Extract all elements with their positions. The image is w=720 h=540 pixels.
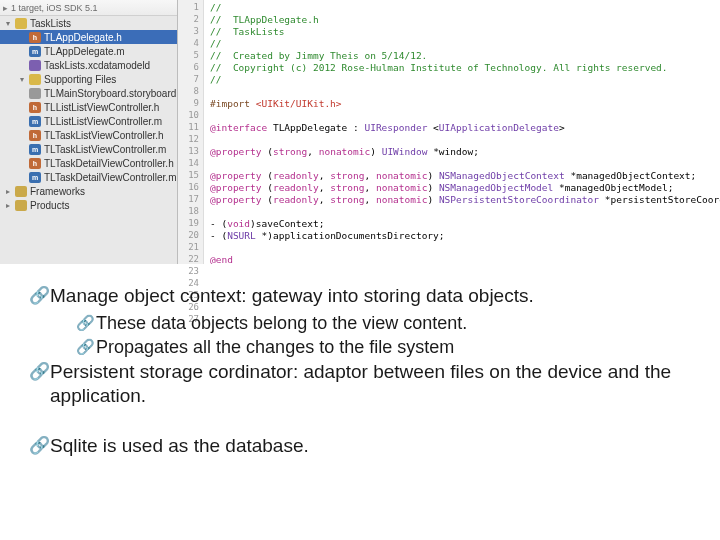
file-tltasklistviewcontroller-m[interactable]: mTLTaskListViewController.m bbox=[0, 142, 177, 156]
code-line[interactable] bbox=[210, 158, 714, 170]
datamodel-file-icon bbox=[29, 60, 41, 71]
code-line[interactable]: @property (readonly, strong, nonatomic) … bbox=[210, 170, 714, 182]
file-supporting-files[interactable]: ▾Supporting Files bbox=[0, 72, 177, 86]
file-label: TLListListViewController.m bbox=[44, 116, 162, 127]
file-label: Supporting Files bbox=[44, 74, 116, 85]
folder-file-icon bbox=[29, 74, 41, 85]
code-line[interactable]: #import <UIKit/UIKit.h> bbox=[210, 98, 714, 110]
file-tltasklistviewcontroller-h[interactable]: hTLTaskListViewController.h bbox=[0, 128, 177, 142]
file-label: TLAppDelegate.m bbox=[44, 46, 125, 57]
file-label: Frameworks bbox=[30, 186, 85, 197]
code-line[interactable]: // bbox=[210, 38, 714, 50]
line-number: 1 bbox=[178, 2, 203, 14]
line-number: 3 bbox=[178, 26, 203, 38]
bullet-2: 🔗 Persistent storage cordinator: adaptor… bbox=[28, 360, 692, 408]
code-line[interactable]: @property (readonly, strong, nonatomic) … bbox=[210, 194, 714, 206]
subbullet-1: 🔗 These data objects belong to the view … bbox=[28, 312, 692, 334]
line-number: 19 bbox=[178, 218, 203, 230]
code-line[interactable]: @property (strong, nonatomic) UIWindow *… bbox=[210, 146, 714, 158]
target-label: 1 target, iOS SDK 5.1 bbox=[11, 3, 98, 13]
bullet-glyph-icon: 🔗 bbox=[28, 360, 50, 408]
code-line[interactable]: // bbox=[210, 2, 714, 14]
code-line[interactable] bbox=[210, 86, 714, 98]
code-line[interactable]: // bbox=[210, 74, 714, 86]
subbullet-1-text: These data objects belong to the view co… bbox=[96, 312, 467, 334]
code-line[interactable]: @interface TLAppDelegate : UIResponder <… bbox=[210, 122, 714, 134]
file-tllistlistviewcontroller-h[interactable]: hTLListListViewController.h bbox=[0, 100, 177, 114]
file-label: TLTaskListViewController.m bbox=[44, 144, 166, 155]
slide-root: ▸ 1 target, iOS SDK 5.1 ▾TaskListshTLApp… bbox=[0, 0, 720, 540]
line-number: 21 bbox=[178, 242, 203, 254]
file-tltaskdetailviewcontroller-h[interactable]: hTLTaskDetailViewController.h bbox=[0, 156, 177, 170]
line-number: 4 bbox=[178, 38, 203, 50]
line-number: 10 bbox=[178, 110, 203, 122]
file-label: TLListListViewController.h bbox=[44, 102, 159, 113]
code-line[interactable]: @property (readonly, strong, nonatomic) … bbox=[210, 182, 714, 194]
code-line[interactable] bbox=[210, 206, 714, 218]
framework-file-icon bbox=[15, 200, 27, 211]
file-products[interactable]: ▸Products bbox=[0, 198, 177, 212]
code-editor[interactable]: //// TLAppDelegate.h// TaskLists//// Cre… bbox=[204, 0, 720, 264]
file-label: TLTaskListViewController.h bbox=[44, 130, 164, 141]
file-label: TaskLists.xcdatamodeld bbox=[44, 60, 150, 71]
line-number: 16 bbox=[178, 182, 203, 194]
bullet-1: 🔗 Manage object context: gateway into st… bbox=[28, 284, 692, 308]
file-label: TaskLists bbox=[30, 18, 71, 29]
file-label: TLTaskDetailViewController.m bbox=[44, 172, 176, 183]
file-tltaskdetailviewcontroller-m[interactable]: mTLTaskDetailViewController.m bbox=[0, 170, 177, 184]
m-file-icon: m bbox=[29, 144, 41, 155]
line-number: 18 bbox=[178, 206, 203, 218]
line-number: 20 bbox=[178, 230, 203, 242]
code-line[interactable]: @end bbox=[210, 254, 714, 264]
disclosure-right-icon[interactable]: ▸ bbox=[6, 187, 15, 196]
project-navigator[interactable]: ▸ 1 target, iOS SDK 5.1 ▾TaskListshTLApp… bbox=[0, 0, 178, 264]
chevron-down-icon: ▸ bbox=[3, 3, 11, 13]
code-line[interactable]: - (NSURL *)applicationDocumentsDirectory… bbox=[210, 230, 714, 242]
line-number: 5 bbox=[178, 50, 203, 62]
disclosure-right-icon[interactable]: ▸ bbox=[6, 201, 15, 210]
file-frameworks[interactable]: ▸Frameworks bbox=[0, 184, 177, 198]
framework-file-icon bbox=[15, 186, 27, 197]
bullet-glyph-icon: 🔗 bbox=[28, 284, 50, 308]
subbullet-2: 🔗 Propagates all the changes to the file… bbox=[28, 336, 692, 358]
h-file-icon: h bbox=[29, 102, 41, 113]
file-tllistlistviewcontroller-m[interactable]: mTLListListViewController.m bbox=[0, 114, 177, 128]
bullet-3-text: Sqlite is used as the database. bbox=[50, 434, 309, 458]
code-line[interactable]: // TaskLists bbox=[210, 26, 714, 38]
disclosure-down-icon[interactable]: ▾ bbox=[20, 75, 29, 84]
folder-file-icon bbox=[15, 18, 27, 29]
bullet-glyph-icon: 🔗 bbox=[74, 312, 96, 334]
target-summary[interactable]: ▸ 1 target, iOS SDK 5.1 bbox=[0, 0, 177, 16]
code-line[interactable] bbox=[210, 242, 714, 254]
disclosure-down-icon[interactable]: ▾ bbox=[6, 19, 15, 28]
line-number: 11 bbox=[178, 122, 203, 134]
line-number: 2 bbox=[178, 14, 203, 26]
line-number: 17 bbox=[178, 194, 203, 206]
subbullet-2-text: Propagates all the changes to the file s… bbox=[96, 336, 454, 358]
file-tlappdelegate-m[interactable]: mTLAppDelegate.m bbox=[0, 44, 177, 58]
xcode-ide: ▸ 1 target, iOS SDK 5.1 ▾TaskListshTLApp… bbox=[0, 0, 720, 264]
file-tlappdelegate-h[interactable]: hTLAppDelegate.h bbox=[0, 30, 177, 44]
code-line[interactable] bbox=[210, 134, 714, 146]
file-tree[interactable]: ▾TaskListshTLAppDelegate.hmTLAppDelegate… bbox=[0, 16, 177, 212]
bullet-glyph-icon: 🔗 bbox=[28, 434, 50, 458]
file-label: TLMainStoryboard.storyboard bbox=[44, 88, 176, 99]
bullet-glyph-icon: 🔗 bbox=[74, 336, 96, 358]
line-number: 8 bbox=[178, 86, 203, 98]
h-file-icon: h bbox=[29, 32, 41, 43]
h-file-icon: h bbox=[29, 158, 41, 169]
code-line[interactable]: - (void)saveContext; bbox=[210, 218, 714, 230]
file-tlmainstoryboard-storyboard[interactable]: TLMainStoryboard.storyboard bbox=[0, 86, 177, 100]
code-line[interactable]: // Copyright (c) 2012 Rose-Hulman Instit… bbox=[210, 62, 714, 74]
code-line[interactable]: // TLAppDelegate.h bbox=[210, 14, 714, 26]
slide-notes: 🔗 Manage object context: gateway into st… bbox=[0, 270, 720, 462]
code-line[interactable]: // Created by Jimmy Theis on 5/14/12. bbox=[210, 50, 714, 62]
code-line[interactable] bbox=[210, 110, 714, 122]
file-label: TLTaskDetailViewController.h bbox=[44, 158, 174, 169]
line-number: 6 bbox=[178, 62, 203, 74]
file-label: Products bbox=[30, 200, 69, 211]
file-tasklists-xcdatamodeld[interactable]: TaskLists.xcdatamodeld bbox=[0, 58, 177, 72]
bullet-1-text: Manage object context: gateway into stor… bbox=[50, 284, 534, 308]
bullet-2-text: Persistent storage cordinator: adaptor b… bbox=[50, 360, 692, 408]
file-tasklists[interactable]: ▾TaskLists bbox=[0, 16, 177, 30]
